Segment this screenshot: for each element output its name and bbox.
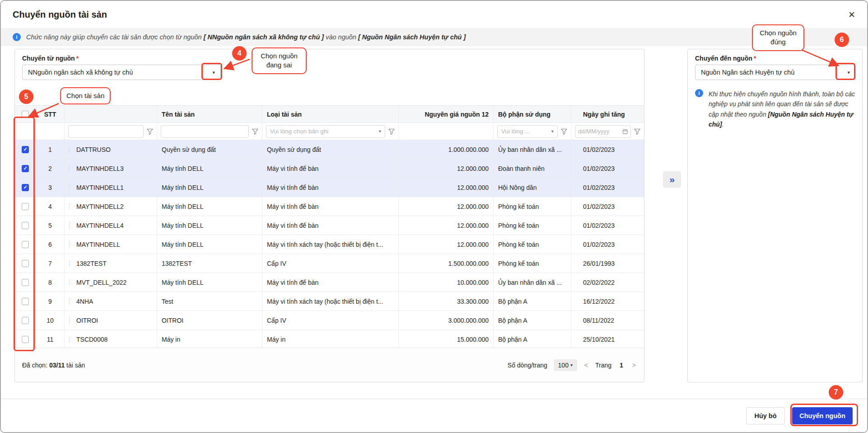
- row-asset-type: Cấp IV: [262, 254, 399, 273]
- row-department: Phòng kế toán: [494, 235, 571, 254]
- next-page-button[interactable]: >: [631, 362, 637, 369]
- row-asset-name: Máy tính DELL: [157, 273, 262, 292]
- row-asset-code: MAYTINHDELL2: [65, 197, 157, 216]
- row-stt: 1: [36, 140, 65, 159]
- row-checkbox[interactable]: [22, 260, 29, 267]
- row-asset-name: 1382TEST: [157, 254, 262, 273]
- chevron-down-icon: ▾: [570, 362, 573, 367]
- filter-funnel-icon[interactable]: [634, 128, 640, 135]
- row-checkbox[interactable]: [22, 241, 29, 248]
- row-asset-name: Máy tính DELL: [157, 235, 262, 254]
- table-row[interactable]: 5 MAYTINHDELL4 Máy tính DELL Máy vi tính…: [15, 216, 644, 235]
- row-date: 01/02/2023: [571, 197, 644, 216]
- row-date: 25/10/2021: [571, 330, 644, 349]
- row-asset-name: Quyền sử dụng đất: [157, 140, 262, 159]
- tree-indent-icon: [69, 298, 73, 304]
- filter-funnel-icon[interactable]: [147, 128, 153, 135]
- row-department: Bộ phận A: [494, 311, 571, 330]
- source-panel: Chuyển từ nguồn* NNguồn ngân sách xã khô…: [14, 49, 644, 382]
- department-filter-cell: Vui lòng ... ▾: [494, 123, 571, 140]
- transfer-right-button[interactable]: »: [663, 171, 681, 188]
- date-filter-input[interactable]: [578, 128, 622, 135]
- close-icon[interactable]: ✕: [848, 10, 855, 19]
- row-checkbox[interactable]: [22, 184, 29, 191]
- row-asset-type: Máy vi tính xách tay (hoặc thiết bị điện…: [262, 292, 399, 311]
- tree-indent-icon: [69, 165, 73, 171]
- row-checkbox[interactable]: [22, 279, 29, 286]
- current-page[interactable]: 1: [618, 362, 625, 369]
- table-row[interactable]: 10 OITROI OITROI Cấp IV 3.000.000.000 Bộ…: [15, 311, 644, 330]
- cost-filter-cell: [399, 123, 494, 140]
- row-stt: 4: [36, 197, 65, 216]
- select-all-checkbox[interactable]: [22, 111, 29, 118]
- tree-indent-icon: [69, 336, 73, 342]
- row-asset-code: DATTRUSO: [65, 140, 157, 159]
- tree-indent-icon: [69, 203, 73, 209]
- asset-type-filter-select[interactable]: Vui lòng chọn bản ghi ▾: [266, 125, 385, 138]
- table-row[interactable]: 1 DATTRUSO Quyền sử dụng đất Quyền sử dụ…: [15, 140, 644, 159]
- row-asset-type: Máy vi tính để bàn: [262, 273, 399, 292]
- row-date: 01/02/2023: [571, 178, 644, 197]
- table-row[interactable]: 9 4NHA Test Máy vi tính xách tay (hoặc t…: [15, 292, 644, 311]
- required-asterisk: *: [754, 55, 756, 62]
- row-stt: 5: [36, 216, 65, 235]
- info-text: Chức năng này giúp chuyển các tài sản đư…: [26, 33, 466, 41]
- to-source-label: Chuyển đến nguồn*: [695, 55, 756, 62]
- submit-button[interactable]: Chuyển nguồn: [792, 407, 853, 424]
- row-cost: 12.000.000: [399, 178, 494, 197]
- row-checkbox[interactable]: [22, 203, 29, 210]
- filter-funnel-icon[interactable]: [388, 128, 395, 135]
- selected-summary: Đã chọn: 03/11 tài sản: [22, 362, 85, 369]
- row-cost: 3.000.000.000: [399, 311, 494, 330]
- row-asset-code: MVT_DELL_2022: [65, 273, 157, 292]
- row-asset-code: 1382TEST: [65, 254, 157, 273]
- asset-name-filter-input[interactable]: [161, 125, 249, 138]
- cancel-button[interactable]: Hủy bỏ: [746, 407, 785, 424]
- filter-funnel-icon[interactable]: [252, 128, 258, 135]
- filter-row: Vui lòng chọn bản ghi ▾ Vui lòng ... ▾: [15, 123, 644, 140]
- prev-page-button[interactable]: <: [583, 362, 589, 369]
- row-asset-type: Máy vi tính để bàn: [262, 178, 399, 197]
- row-cost: 1.000.000.000: [399, 140, 494, 159]
- row-date: 01/02/2023: [571, 140, 644, 159]
- row-asset-type: Máy in: [262, 330, 399, 349]
- department-filter-select[interactable]: Vui lòng ... ▾: [497, 125, 558, 138]
- row-checkbox[interactable]: [22, 146, 29, 153]
- row-asset-type: Quyền sử dụng đất: [262, 140, 399, 159]
- to-source-select[interactable]: Nguồn Ngân sách Huyện tự chủ ▾: [695, 65, 856, 80]
- row-date: 01/02/2023: [571, 235, 644, 254]
- header-date: Ngày ghi tăng: [571, 106, 644, 123]
- row-stt: 3: [36, 178, 65, 197]
- row-department: Đoàn thanh niên: [494, 159, 571, 178]
- table-header-row: STT Tên tài sản Loại tài sản Nguyên giá …: [15, 105, 644, 123]
- chevron-down-icon: ▾: [378, 128, 381, 134]
- header-stt: STT: [36, 106, 65, 123]
- from-source-select[interactable]: NNguồn ngân sách xã không tự chủ ▾: [22, 65, 221, 80]
- calendar-icon[interactable]: [622, 128, 628, 135]
- table-row[interactable]: 8 MVT_DELL_2022 Máy tính DELL Máy vi tín…: [15, 273, 644, 292]
- filter-funnel-icon[interactable]: [561, 128, 567, 135]
- table-row[interactable]: 6 MAYTINHDELL Máy tính DELL Máy vi tính …: [15, 235, 644, 254]
- row-checkbox[interactable]: [22, 222, 29, 229]
- row-checkbox[interactable]: [22, 336, 29, 343]
- row-checkbox[interactable]: [22, 165, 29, 172]
- date-filter[interactable]: [575, 125, 631, 138]
- rows-per-page-select[interactable]: 100 ▾: [554, 359, 577, 371]
- row-checkbox[interactable]: [22, 298, 29, 305]
- row-asset-name: Máy tính DELL: [157, 159, 262, 178]
- row-asset-name: OITROI: [157, 311, 262, 330]
- asset-code-filter-input[interactable]: [68, 125, 144, 138]
- table-row[interactable]: 3 MAYTINHDELL1 Máy tính DELL Máy vi tính…: [15, 178, 644, 197]
- header-cost: Nguyên giá nguồn 12: [399, 106, 494, 123]
- header-department: Bộ phận sử dụng: [494, 106, 571, 123]
- table-row[interactable]: 7 1382TEST 1382TEST Cấp IV 1.500.000.000…: [15, 254, 644, 273]
- info-bar: i Chức năng này giúp chuyển các tài sản …: [1, 28, 867, 46]
- table-row[interactable]: 2 MAYTINHDELL3 Máy tính DELL Máy vi tính…: [15, 159, 644, 178]
- row-checkbox[interactable]: [22, 317, 29, 324]
- row-stt: 11: [36, 330, 65, 349]
- table-row[interactable]: 4 MAYTINHDELL2 Máy tính DELL Máy vi tính…: [15, 197, 644, 216]
- row-cost: 33.300.000: [399, 292, 494, 311]
- header-asset-type: Loại tài sản: [262, 106, 399, 123]
- row-stt: 2: [36, 159, 65, 178]
- table-row[interactable]: 11 TSCD0008 Máy in Máy in 15.000.000 Bộ …: [15, 330, 644, 349]
